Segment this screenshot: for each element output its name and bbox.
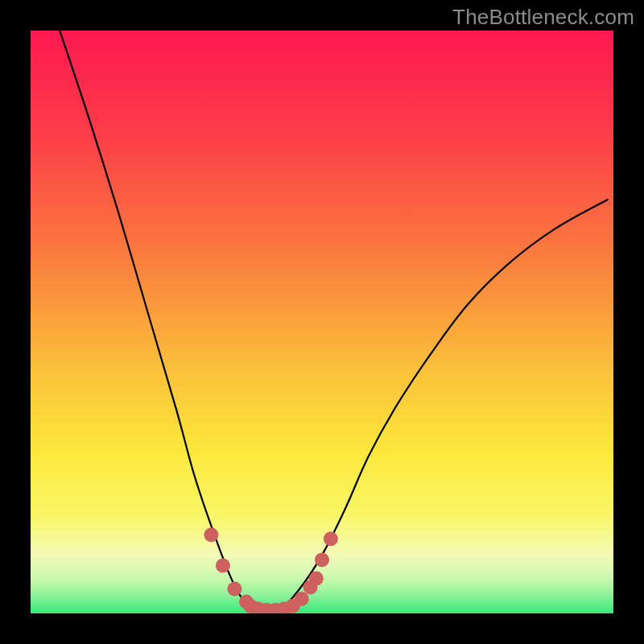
highlight-marker (315, 552, 329, 567)
chart-frame: TheBottleneck.com (0, 0, 644, 644)
highlight-marker (295, 592, 309, 606)
highlight-markers (204, 527, 338, 613)
highlight-marker (216, 559, 230, 573)
plot-area (31, 31, 613, 613)
curve-layer (31, 31, 613, 613)
bottleneck-curve (60, 31, 608, 610)
highlight-marker (227, 582, 242, 597)
highlight-marker (309, 572, 324, 586)
highlight-marker (324, 531, 338, 546)
highlight-marker (204, 527, 218, 542)
watermark-text: TheBottleneck.com (452, 5, 634, 30)
